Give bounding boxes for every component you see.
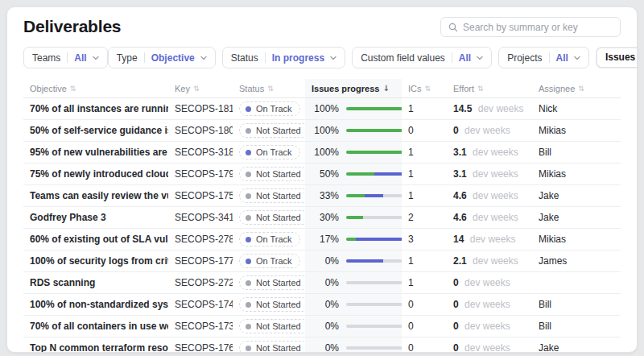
status-dot-icon xyxy=(246,346,251,351)
status-badge: On Track xyxy=(239,232,300,246)
column-header-objective[interactable]: Objective ⇅ xyxy=(23,79,168,97)
progress-percent: 0% xyxy=(312,299,339,310)
objective-cell: 70% of all containers in use were b... xyxy=(23,321,168,332)
column-header-assignee[interactable]: Assignee ⇅ xyxy=(532,79,621,97)
progress-percent: 17% xyxy=(312,234,339,245)
effort-unit: dev weeks xyxy=(464,277,510,288)
column-header-issues-progress[interactable]: Issues progress ↓ xyxy=(305,79,402,97)
status-badge: Not Started xyxy=(239,275,305,290)
effort-unit: dev weeks xyxy=(473,212,518,223)
table-row[interactable]: Top N common terraform resource... SECOP… xyxy=(23,337,621,353)
progress-bar xyxy=(346,259,402,263)
progress-bar xyxy=(346,281,402,284)
status-label: On Track xyxy=(256,256,292,266)
toggle-issues[interactable]: Issues xyxy=(597,48,638,67)
progress-bar xyxy=(346,151,402,154)
progress-bar xyxy=(346,194,402,197)
progress-percent: 100% xyxy=(312,125,339,136)
table-row[interactable]: 60% of existing out of SLA vulnera... SE… xyxy=(23,229,621,250)
column-header-ics[interactable]: ICs ⇅ xyxy=(402,79,447,97)
table-row[interactable]: 70% of all containers in use were b... S… xyxy=(23,316,621,337)
status-cell: On Track xyxy=(233,145,305,159)
chevron-down-icon xyxy=(477,56,483,60)
type-filter-button[interactable]: Type Objective xyxy=(108,47,216,68)
table-row[interactable]: RDS scanning SECOPS-272 Not Started 0% 1… xyxy=(23,272,621,294)
projects-filter-button[interactable]: Projects All xyxy=(498,47,589,68)
table-row[interactable]: Godfrey Phase 3 SECOPS-341 Not Started 3… xyxy=(23,207,621,229)
status-cell: Not Started xyxy=(233,167,305,181)
status-dot-icon xyxy=(246,172,251,177)
assignee-cell: Jake xyxy=(532,342,621,353)
search-icon xyxy=(448,23,458,32)
status-cell: Not Started xyxy=(233,341,305,353)
status-label: On Track xyxy=(256,104,292,114)
effort-cell: 0 dev weeks xyxy=(447,125,532,136)
ics-cell: 3 xyxy=(402,234,447,245)
column-header-effort[interactable]: Effort ⇅ xyxy=(447,79,532,97)
key-cell: SECOPS-173 xyxy=(168,321,233,332)
status-label: On Track xyxy=(256,147,292,157)
issues-progress-cell: 0% xyxy=(305,250,402,271)
assignee-cell: James xyxy=(532,255,621,267)
effort-value: 14.5 xyxy=(453,103,472,114)
status-filter-button[interactable]: Status In progress xyxy=(222,47,345,68)
top-bar: Deliverables xyxy=(23,17,621,41)
effort-value: 0 xyxy=(453,321,459,332)
table-row[interactable]: Teams can easily review the vulner... SE… xyxy=(23,185,621,207)
issues-progress-cell: 0% xyxy=(305,294,402,315)
table-row[interactable]: 50% of self-service guidance is aut... S… xyxy=(23,120,621,142)
status-cell: Not Started xyxy=(233,188,305,203)
effort-value: 4.6 xyxy=(453,190,467,201)
column-header-key[interactable]: Key ⇅ xyxy=(168,79,233,97)
teams-filter-button[interactable]: Teams All xyxy=(23,47,108,68)
objective-cell: 60% of existing out of SLA vulnera... xyxy=(23,234,168,245)
table-header: Objective ⇅ Key ⇅ Status ⇅ Issues progre… xyxy=(23,79,621,98)
projects-filter-label: Projects xyxy=(507,52,542,64)
progress-percent: 0% xyxy=(312,255,339,267)
custom-field-values-filter-button[interactable]: Custom field values All xyxy=(352,47,492,68)
progress-bar xyxy=(346,216,402,219)
status-label: Not Started xyxy=(256,300,301,309)
key-cell: SECOPS-272 xyxy=(168,277,233,288)
status-badge: On Track xyxy=(239,254,300,268)
effort-cell: 4.6 dev weeks xyxy=(447,212,532,223)
issues-progress-cell: 0% xyxy=(305,337,402,353)
table-row[interactable]: 100% of non-standardized systems... SECO… xyxy=(23,294,621,316)
status-cell: Not Started xyxy=(233,123,305,138)
status-badge: Not Started xyxy=(239,297,305,312)
objective-cell: Godfrey Phase 3 xyxy=(23,212,168,223)
column-header-status[interactable]: Status ⇅ xyxy=(233,79,305,97)
progress-segment-indigo xyxy=(346,259,383,263)
status-cell: On Track xyxy=(233,232,305,246)
effort-value: 0 xyxy=(453,277,459,288)
table-row[interactable]: 95% of new vulnerabilities are rem... SE… xyxy=(23,142,621,164)
issues-progress-cell: 100% xyxy=(305,120,402,141)
progress-segment-track xyxy=(346,346,402,350)
progress-percent: 33% xyxy=(312,190,339,201)
key-cell: SECOPS-318 xyxy=(168,147,233,158)
filter-separator xyxy=(67,52,68,63)
teams-filter-value: All xyxy=(74,52,86,64)
progress-segment-green xyxy=(346,151,402,154)
status-dot-icon xyxy=(246,259,251,264)
progress-percent: 50% xyxy=(312,168,339,180)
issues-progress-cell: 30% xyxy=(305,207,402,228)
effort-value: 0 xyxy=(453,299,459,310)
table-header-row: Objective ⇅ Key ⇅ Status ⇅ Issues progre… xyxy=(23,79,621,98)
table-row[interactable]: 100% of security logs from critical ... … xyxy=(23,250,621,272)
chevron-down-icon xyxy=(574,56,580,60)
status-cell: Not Started xyxy=(233,275,305,290)
assignee-cell: Nick xyxy=(532,103,621,114)
status-label: Not Started xyxy=(256,169,301,179)
table-row[interactable]: 75% of newly introduced cloud mis... SEC… xyxy=(23,164,621,185)
effort-value: 2.1 xyxy=(453,255,467,267)
table-row[interactable]: 70% of all instances are running gol... … xyxy=(23,98,621,120)
effort-unit: dev weeks xyxy=(473,255,518,267)
units-toggle: Issues Story Points xyxy=(596,47,638,68)
custom-field-values-filter-label: Custom field values xyxy=(361,52,445,64)
search-input[interactable] xyxy=(463,22,613,33)
search-box[interactable] xyxy=(440,17,621,37)
status-badge: Not Started xyxy=(239,123,305,138)
table-body: 70% of all instances are running gol... … xyxy=(23,98,621,353)
type-filter-label: Type xyxy=(117,52,138,64)
